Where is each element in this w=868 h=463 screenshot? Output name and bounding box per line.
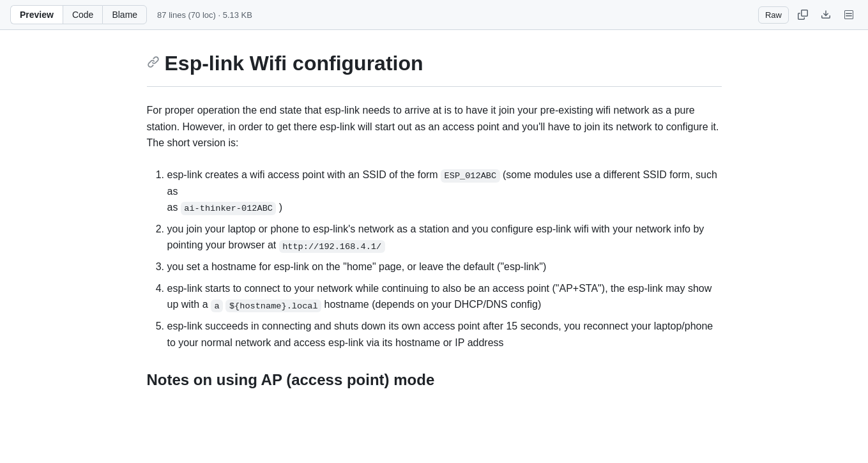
toolbar-left: Preview Code Blame 87 lines (70 loc) · 5… — [10, 5, 252, 24]
copy-icon — [798, 10, 808, 20]
list-item: esp-link starts to connect to your netwo… — [167, 280, 722, 313]
step4-code2: ${hostname}.local — [225, 300, 321, 312]
lines-button[interactable] — [840, 7, 858, 22]
list-item: you set a hostname for esp-link on the "… — [167, 259, 722, 275]
step2-code1: http://192.168.4.1/ — [279, 240, 385, 253]
list-item: you join your laptop or phone to esp-lin… — [167, 221, 722, 254]
step3-text: you set a hostname for esp-link on the "… — [167, 261, 547, 272]
step1-text-after: ) — [276, 202, 282, 213]
step5-text: esp-link succeeds in connecting and shut… — [167, 321, 713, 348]
toolbar-right: Raw — [758, 6, 858, 24]
step4-code1: a — [211, 300, 223, 312]
section-heading: Notes on using AP (access point) mode — [147, 371, 722, 389]
download-button[interactable] — [817, 7, 835, 22]
list-item: esp-link succeeds in connecting and shut… — [167, 318, 722, 351]
step1-code2: ai-thinker-012ABC — [181, 202, 277, 215]
file-info: 87 lines (70 loc) · 5.13 KB — [157, 10, 252, 20]
anchor-icon — [147, 56, 160, 71]
heading-divider — [147, 86, 722, 87]
toolbar: Preview Code Blame 87 lines (70 loc) · 5… — [0, 0, 868, 30]
step1-code1: ESP_012ABC — [441, 169, 499, 182]
lines-icon — [844, 10, 854, 20]
steps-list: esp-link creates a wifi access point wit… — [147, 167, 722, 351]
raw-button[interactable]: Raw — [758, 6, 789, 24]
tab-preview[interactable]: Preview — [10, 5, 63, 24]
page-heading: Esp-link Wifi configuration — [147, 50, 722, 76]
step2-text-before: you join your laptop or phone to esp-lin… — [167, 224, 704, 251]
list-item: esp-link creates a wifi access point wit… — [167, 167, 722, 216]
step1-as: as — [167, 202, 181, 213]
content-area: Esp-link Wifi configuration For proper o… — [121, 30, 747, 420]
download-icon — [821, 10, 831, 20]
step1-text-before: esp-link creates a wifi access point wit… — [167, 169, 441, 180]
tab-code[interactable]: Code — [63, 5, 102, 24]
main-title: Esp-link Wifi configuration — [165, 50, 423, 76]
tab-blame[interactable]: Blame — [102, 5, 147, 24]
copy-button[interactable] — [794, 7, 812, 22]
intro-paragraph: For proper operation the end state that … — [147, 102, 722, 151]
step4-text-after: hostname (depends on your DHCP/DNS confi… — [321, 299, 541, 310]
